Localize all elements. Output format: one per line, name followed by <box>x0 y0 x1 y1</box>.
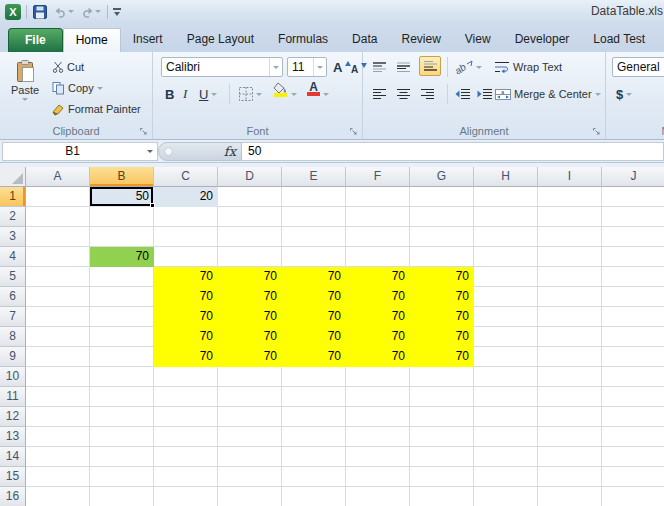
font-name-combo[interactable]: Calibri <box>161 57 283 77</box>
cell-G6[interactable]: 70 <box>410 287 474 307</box>
cell-A2[interactable] <box>26 207 90 227</box>
cell-C1[interactable]: 20 <box>154 187 218 207</box>
clipboard-dialog-launcher[interactable] <box>139 127 149 137</box>
cell-G8[interactable]: 70 <box>410 327 474 347</box>
cell-C8[interactable]: 70 <box>154 327 218 347</box>
fill-color-button[interactable] <box>271 82 290 102</box>
cell-F10[interactable] <box>346 367 410 387</box>
cell-D10[interactable] <box>218 367 282 387</box>
bottom-align-button[interactable] <box>419 56 441 76</box>
cell-A4[interactable] <box>26 247 90 267</box>
cell-I7[interactable] <box>538 307 602 327</box>
cell-F9[interactable]: 70 <box>346 347 410 367</box>
middle-align-button[interactable] <box>395 57 412 77</box>
cell-I9[interactable] <box>538 347 602 367</box>
cell-J7[interactable] <box>602 307 664 327</box>
customize-quick-access-toolbar-button[interactable] <box>113 8 121 16</box>
cell-H1[interactable] <box>474 187 538 207</box>
redo-button[interactable] <box>80 3 102 21</box>
cell-J13[interactable] <box>602 427 664 447</box>
cell-D8[interactable]: 70 <box>218 327 282 347</box>
cell-J10[interactable] <box>602 367 664 387</box>
fill-color-dropdown[interactable] <box>289 84 299 104</box>
increase-indent-button[interactable] <box>475 84 494 104</box>
cell-E3[interactable] <box>282 227 346 247</box>
fill-handle[interactable] <box>150 203 155 208</box>
cell-I16[interactable] <box>538 487 602 506</box>
cell-H12[interactable] <box>474 407 538 427</box>
cell-H4[interactable] <box>474 247 538 267</box>
cell-C2[interactable] <box>154 207 218 227</box>
row-header-3[interactable]: 3 <box>0 227 26 247</box>
cell-G9[interactable]: 70 <box>410 347 474 367</box>
cell-A15[interactable] <box>26 467 90 487</box>
top-align-button[interactable] <box>371 57 388 77</box>
cell-H3[interactable] <box>474 227 538 247</box>
decrease-indent-button[interactable] <box>453 84 472 104</box>
column-header-F[interactable]: F <box>346 167 410 187</box>
cell-C15[interactable] <box>154 467 218 487</box>
cell-C12[interactable] <box>154 407 218 427</box>
row-header-1[interactable]: 1 <box>0 187 26 207</box>
cell-H16[interactable] <box>474 487 538 506</box>
cell-J4[interactable] <box>602 247 664 267</box>
cell-H6[interactable] <box>474 287 538 307</box>
cell-A13[interactable] <box>26 427 90 447</box>
row-header-14[interactable]: 14 <box>0 447 26 467</box>
column-header-I[interactable]: I <box>538 167 602 187</box>
column-header-E[interactable]: E <box>282 167 346 187</box>
cell-G7[interactable]: 70 <box>410 307 474 327</box>
row-header-12[interactable]: 12 <box>0 407 26 427</box>
cell-H15[interactable] <box>474 467 538 487</box>
cell-E12[interactable] <box>282 407 346 427</box>
bold-button[interactable]: B <box>163 84 176 104</box>
cell-G13[interactable] <box>410 427 474 447</box>
cell-C7[interactable]: 70 <box>154 307 218 327</box>
cell-J3[interactable] <box>602 227 664 247</box>
cell-G1[interactable] <box>410 187 474 207</box>
cell-I11[interactable] <box>538 387 602 407</box>
cell-G16[interactable] <box>410 487 474 506</box>
cell-E14[interactable] <box>282 447 346 467</box>
cell-J11[interactable] <box>602 387 664 407</box>
cell-E13[interactable] <box>282 427 346 447</box>
cell-J2[interactable] <box>602 207 664 227</box>
font-dialog-launcher[interactable] <box>349 127 359 137</box>
cell-B12[interactable] <box>90 407 154 427</box>
row-header-2[interactable]: 2 <box>0 207 26 227</box>
cell-C16[interactable] <box>154 487 218 506</box>
cell-D14[interactable] <box>218 447 282 467</box>
cell-I3[interactable] <box>538 227 602 247</box>
column-header-H[interactable]: H <box>474 167 538 187</box>
cell-G2[interactable] <box>410 207 474 227</box>
cell-F16[interactable] <box>346 487 410 506</box>
cell-C4[interactable] <box>154 247 218 267</box>
row-header-7[interactable]: 7 <box>0 307 26 327</box>
merge-center-button[interactable]: a Merge & Center <box>493 84 603 104</box>
cell-B14[interactable] <box>90 447 154 467</box>
cell-J8[interactable] <box>602 327 664 347</box>
cell-C10[interactable] <box>154 367 218 387</box>
cell-I4[interactable] <box>538 247 602 267</box>
tab-file[interactable]: File <box>8 28 63 52</box>
cell-C3[interactable] <box>154 227 218 247</box>
cell-C9[interactable]: 70 <box>154 347 218 367</box>
cell-D12[interactable] <box>218 407 282 427</box>
underline-button[interactable]: U <box>197 84 219 104</box>
column-header-B[interactable]: B <box>90 167 154 187</box>
cell-I15[interactable] <box>538 467 602 487</box>
cell-G4[interactable] <box>410 247 474 267</box>
row-header-15[interactable]: 15 <box>0 467 26 487</box>
font-color-button[interactable]: A <box>305 82 322 102</box>
cell-I12[interactable] <box>538 407 602 427</box>
borders-button[interactable] <box>237 84 264 104</box>
cell-H8[interactable] <box>474 327 538 347</box>
cell-G10[interactable] <box>410 367 474 387</box>
cell-J5[interactable] <box>602 267 664 287</box>
excel-logo-icon[interactable]: X <box>5 4 21 20</box>
name-box[interactable]: B1 <box>2 142 158 161</box>
cell-B15[interactable] <box>90 467 154 487</box>
cell-I5[interactable] <box>538 267 602 287</box>
cell-D4[interactable] <box>218 247 282 267</box>
cell-E9[interactable]: 70 <box>282 347 346 367</box>
